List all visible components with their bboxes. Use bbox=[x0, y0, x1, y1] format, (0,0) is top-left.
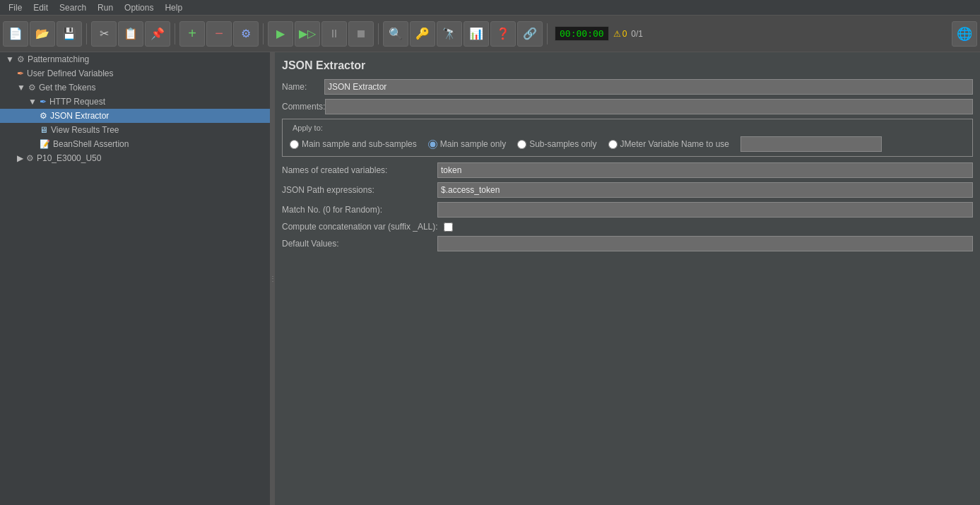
toolbar-separator-2 bbox=[175, 23, 175, 44]
tree-label: P10_E3000_U50 bbox=[37, 153, 101, 163]
json-path-row: JSON Path expressions: bbox=[282, 182, 973, 198]
radio-sub-only[interactable]: Sub-samples only bbox=[517, 139, 596, 149]
tree-label: User Defined Variables bbox=[27, 69, 114, 78]
match-no-row: Match No. (0 for Random): bbox=[282, 202, 973, 218]
menu-run[interactable]: Run bbox=[92, 1, 119, 14]
radio-input-jmeter-var[interactable] bbox=[608, 140, 618, 149]
search-tool-button[interactable]: 🔍 bbox=[383, 21, 408, 47]
apply-to-group: Apply to: Main sample and sub-samples Ma… bbox=[282, 119, 973, 157]
tree-item-get-tokens[interactable]: ▼ ⚙ Get the Tokens bbox=[0, 81, 270, 95]
tree-item-p10[interactable]: ▶ ⚙ P10_E3000_U50 bbox=[0, 151, 270, 165]
settings-button[interactable]: ⚙ bbox=[233, 21, 259, 47]
menu-options[interactable]: Options bbox=[119, 1, 159, 14]
tree-item-json-extractor[interactable]: ⚙ JSON Extractor bbox=[0, 109, 270, 123]
radio-label-sub-only: Sub-samples only bbox=[529, 139, 596, 149]
pencil-icon: ✒ bbox=[17, 69, 24, 78]
names-row: Names of created variables: bbox=[282, 162, 973, 178]
compute-concat-checkbox[interactable] bbox=[444, 222, 453, 232]
start-no-pause-button[interactable]: ▶▷ bbox=[295, 21, 320, 47]
tree-panel: ▼ ⚙ Patternmatching ✒ User Defined Varia… bbox=[0, 52, 271, 505]
comments-row: Comments: bbox=[282, 99, 973, 114]
globe-button[interactable]: 🌐 bbox=[952, 21, 977, 47]
toolbar-separator-1 bbox=[86, 23, 87, 44]
radio-input-sub-only[interactable] bbox=[517, 140, 526, 149]
cut-button[interactable]: ✂ bbox=[91, 21, 117, 47]
tree-item-view-results[interactable]: 🖥 View Results Tree bbox=[0, 123, 270, 137]
telescope-button[interactable]: 🔭 bbox=[437, 21, 462, 47]
name-input[interactable] bbox=[324, 79, 973, 95]
pencil-icon: ✒ bbox=[40, 97, 47, 107]
tree-item-patternmatching[interactable]: ▼ ⚙ Patternmatching bbox=[0, 52, 270, 66]
remove-button[interactable]: − bbox=[206, 21, 232, 47]
names-input[interactable] bbox=[437, 162, 973, 178]
json-path-input[interactable] bbox=[437, 182, 973, 198]
tree-label: Patternmatching bbox=[28, 54, 89, 64]
collapse-icon: ▼ bbox=[28, 97, 37, 107]
link-button[interactable]: 🔗 bbox=[517, 21, 543, 47]
apply-to-legend: Apply to: bbox=[290, 124, 965, 132]
help-button[interactable]: ❓ bbox=[490, 21, 516, 47]
add-button[interactable]: + bbox=[179, 21, 205, 47]
radio-main-sub[interactable]: Main sample and sub-samples bbox=[290, 139, 417, 149]
match-no-label: Match No. (0 for Random): bbox=[282, 205, 437, 215]
stop-button[interactable]: ⏹ bbox=[348, 21, 374, 47]
name-label: Name: bbox=[282, 82, 324, 92]
tree-label: BeanShell Assertion bbox=[53, 139, 129, 149]
menu-file[interactable]: File bbox=[3, 1, 28, 14]
right-panel: JSON Extractor Name: Comments: Apply to:… bbox=[275, 52, 980, 505]
menubar: File Edit Search Run Options Help bbox=[0, 0, 980, 16]
menu-help[interactable]: Help bbox=[159, 1, 188, 14]
gear-icon: ⚙ bbox=[17, 54, 25, 64]
radio-label-main-only: Main sample only bbox=[440, 139, 506, 149]
default-values-input[interactable] bbox=[437, 236, 973, 251]
tree-item-beanshell[interactable]: 📝 BeanShell Assertion bbox=[0, 137, 270, 151]
compute-concat-checkbox-row bbox=[444, 222, 453, 232]
tree-item-http-request[interactable]: ▼ ✒ HTTP Request bbox=[0, 95, 270, 109]
menu-edit[interactable]: Edit bbox=[28, 1, 54, 14]
panel-title: JSON Extractor bbox=[282, 59, 973, 72]
warning-icon: ⚠ bbox=[613, 29, 621, 39]
default-values-row: Default Values: bbox=[282, 236, 973, 251]
new-button[interactable]: 📄 bbox=[3, 21, 28, 47]
radio-input-main-only[interactable] bbox=[428, 140, 437, 149]
menu-search[interactable]: Search bbox=[54, 1, 92, 14]
report-button[interactable]: 📊 bbox=[464, 21, 489, 47]
main-container: ▼ ⚙ Patternmatching ✒ User Defined Varia… bbox=[0, 52, 980, 505]
start-button[interactable]: ▶ bbox=[268, 21, 293, 47]
comments-label: Comments: bbox=[282, 102, 325, 112]
gear-icon: ⚙ bbox=[26, 153, 34, 163]
radio-main-only[interactable]: Main sample only bbox=[428, 139, 506, 149]
match-no-input[interactable] bbox=[437, 202, 973, 218]
collapse-icon: ▼ bbox=[17, 83, 25, 93]
toolbar-separator-3 bbox=[263, 23, 264, 44]
save-button[interactable]: 💾 bbox=[57, 21, 82, 47]
radio-label-main-sub: Main sample and sub-samples bbox=[302, 139, 417, 149]
toolbar-separator-5 bbox=[547, 23, 548, 44]
names-label: Names of created variables: bbox=[282, 165, 437, 175]
radio-row: Main sample and sub-samples Main sample … bbox=[290, 136, 965, 152]
compute-concat-row: Compute concatenation var (suffix _ALL): bbox=[282, 222, 973, 232]
tree-label: HTTP Request bbox=[49, 97, 105, 107]
tree-label: JSON Extractor bbox=[50, 111, 109, 121]
paste-button[interactable]: 📌 bbox=[145, 21, 170, 47]
default-values-label: Default Values: bbox=[282, 239, 437, 249]
script-icon: 📝 bbox=[40, 139, 50, 149]
toolbar-separator-4 bbox=[378, 23, 379, 44]
name-row: Name: bbox=[282, 79, 973, 95]
pause-button[interactable]: ⏸ bbox=[321, 21, 347, 47]
comments-input[interactable] bbox=[325, 99, 973, 114]
tree-label: View Results Tree bbox=[51, 125, 119, 135]
open-button[interactable]: 📂 bbox=[30, 21, 55, 47]
jmeter-var-input[interactable] bbox=[740, 136, 882, 152]
copy-button[interactable]: 📋 bbox=[118, 21, 143, 47]
radio-input-main-sub[interactable] bbox=[290, 140, 299, 149]
warning-count: 0 bbox=[622, 29, 627, 39]
key-button[interactable]: 🔑 bbox=[410, 21, 435, 47]
gear-icon: ⚙ bbox=[28, 83, 36, 93]
radio-jmeter-var[interactable]: JMeter Variable Name to use bbox=[608, 139, 730, 149]
compute-concat-label: Compute concatenation var (suffix _ALL): bbox=[282, 222, 444, 232]
monitor-icon: 🖥 bbox=[40, 125, 48, 135]
radio-label-jmeter-var: JMeter Variable Name to use bbox=[620, 139, 730, 149]
tree-item-user-vars[interactable]: ✒ User Defined Variables bbox=[0, 66, 270, 81]
run-count: 0/1 bbox=[631, 29, 643, 39]
